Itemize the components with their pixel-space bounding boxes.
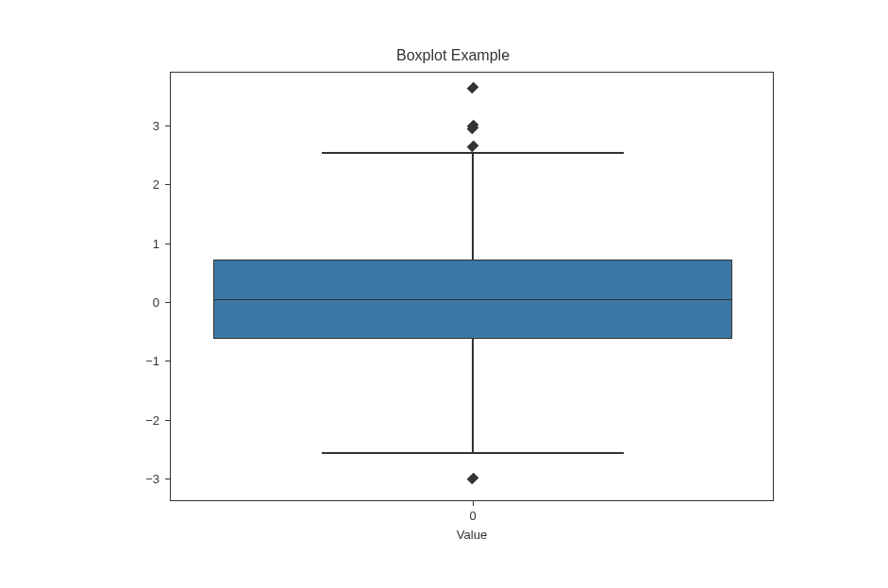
- outlier-point: [467, 81, 479, 93]
- boxplot-chart: Boxplot Example Value −3−2−101230: [132, 47, 774, 519]
- y-tick-label: −1: [131, 354, 159, 368]
- y-tick-label: 1: [131, 236, 159, 250]
- whisker-upper: [472, 152, 474, 260]
- chart-title: Boxplot Example: [132, 47, 774, 64]
- x-axis-label: Value: [457, 528, 487, 542]
- y-tick: [165, 126, 171, 126]
- y-tick: [165, 420, 171, 421]
- y-tick-label: 3: [131, 119, 159, 133]
- y-tick-label: −2: [131, 412, 159, 427]
- plot-area: Value −3−2−101230: [170, 72, 774, 501]
- x-tick: [473, 500, 474, 506]
- whisker-lower: [472, 339, 474, 452]
- outlier-point: [467, 141, 479, 153]
- outlier-point: [467, 473, 479, 485]
- y-tick-label: −3: [131, 472, 159, 486]
- y-tick: [165, 361, 171, 361]
- y-tick-label: 2: [131, 177, 159, 192]
- y-tick: [165, 302, 171, 303]
- y-tick: [165, 184, 171, 185]
- median-line: [213, 299, 732, 301]
- y-tick: [165, 244, 171, 244]
- cap-upper: [322, 152, 624, 154]
- x-tick-label: 0: [469, 509, 476, 523]
- y-tick: [165, 479, 171, 479]
- y-tick-label: 0: [131, 295, 159, 310]
- cap-lower: [322, 452, 624, 454]
